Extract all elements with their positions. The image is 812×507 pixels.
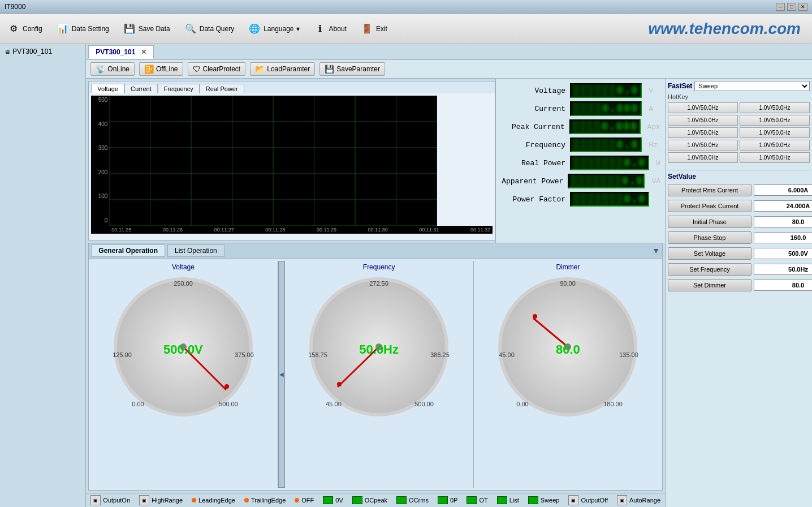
menu-about[interactable]: ℹ About — [309, 20, 351, 38]
online-icon: 📡 — [96, 65, 105, 74]
y-label-300: 300 — [91, 145, 107, 151]
chart-tabs: Voltage Current Frequency Real Power — [89, 81, 495, 93]
tab-close-btn[interactable]: ✕ — [141, 48, 146, 56]
tree-expand-icon: 🖥 — [5, 49, 10, 55]
hotkey-6[interactable]: 1.0V/50.0Hz — [668, 140, 738, 151]
chart-tab-current[interactable]: Current — [124, 84, 158, 93]
chart-area: Voltage Current Frequency Real Power — [88, 81, 495, 240]
chart-tab-realpower[interactable]: Real Power — [200, 84, 244, 93]
op-tab-arrow[interactable]: ▼ — [652, 246, 660, 255]
close-btn[interactable]: ✕ — [798, 3, 807, 11]
voltage-unit: V — [649, 87, 653, 95]
hotkey-5[interactable]: 1.0V/50.0Hz — [740, 127, 810, 138]
protect-rms-input[interactable] — [754, 184, 812, 196]
clear-protect-btn[interactable]: 🛡 ClearProtect — [188, 62, 246, 76]
phase-stop-input[interactable] — [754, 232, 812, 243]
phase-stop-btn[interactable]: Phase Stop — [668, 231, 751, 244]
set-dimmer-input[interactable] — [754, 280, 812, 291]
data-setting-icon: 📊 — [56, 22, 70, 36]
list-box — [497, 496, 507, 504]
ocrms-label: OCrms — [409, 497, 429, 504]
initial-phase-input[interactable] — [754, 216, 812, 227]
data-query-icon: 🔍 — [184, 22, 197, 36]
set-frequency-input[interactable] — [754, 264, 812, 275]
svg-point-29 — [533, 314, 537, 319]
menu-data-query[interactable]: 🔍 Data Query — [179, 20, 239, 38]
x-label-3: 00:11:28 — [265, 227, 285, 233]
hotkey-4[interactable]: 1.0V/50.0Hz — [668, 127, 738, 138]
maximize-btn[interactable]: □ — [787, 3, 796, 11]
menu-config[interactable]: ⚙ Config — [2, 20, 47, 38]
language-dropdown-icon: ▾ — [296, 25, 300, 33]
x-label-0: 00:11:25 — [111, 227, 131, 233]
svg-text:158.75: 158.75 — [308, 351, 327, 358]
x-label-6: 00:11:31 — [419, 227, 439, 233]
setvalue-protect-peak: Protect Peak Current — [668, 200, 810, 212]
apparent-power-value: ░░░░░░░0.0 — [571, 175, 643, 187]
fastset-select[interactable]: Sweep List Fixed — [694, 81, 810, 91]
real-power-unit: W — [656, 159, 660, 167]
menu-language[interactable]: 🌐 Language ▾ — [243, 20, 304, 38]
hotkey-7[interactable]: 1.0V/50.0Hz — [740, 140, 810, 151]
gauge-voltage: Voltage — [89, 261, 278, 488]
menu-config-label: Config — [23, 25, 42, 33]
menu-exit[interactable]: 🚪 Exit — [356, 20, 392, 38]
status-leading-edge: LeadingEdge — [192, 497, 235, 504]
op-tab-general[interactable]: General Operation — [91, 244, 165, 257]
setvalue-dimmer: Set Dimmer — [668, 279, 810, 291]
protect-rms-btn[interactable]: Protect Rms Current — [668, 184, 751, 196]
protect-peak-input[interactable] — [754, 200, 812, 212]
status-ocpeak: OCpeak — [352, 496, 387, 504]
power-factor-display: ░░░░░░░0.0 — [570, 192, 649, 207]
save-param-btn[interactable]: 💾 SaveParamter — [319, 62, 385, 76]
tab-pvt300[interactable]: PVT300_101 ✕ — [88, 45, 153, 59]
fastset-header: FastSet Sweep List Fixed — [668, 81, 810, 91]
measurement-peak-current: Peak Current ░░░░0.000 Apk — [500, 119, 660, 134]
status-output-off: ▣ OutputOff — [568, 495, 608, 505]
initial-phase-btn[interactable]: Initial Phase — [668, 216, 751, 228]
set-frequency-btn[interactable]: Set Frequency — [668, 263, 751, 276]
ocrms-box — [396, 496, 407, 504]
minimize-btn[interactable]: ─ — [776, 3, 785, 11]
sidebar-item-pvt300[interactable]: 🖥 PVT300_101 — [2, 46, 83, 57]
hotkey-8[interactable]: 1.0V/50.0Hz — [668, 152, 738, 163]
waveform-canvas — [109, 96, 437, 226]
offline-btn[interactable]: 📴 OffLine — [139, 62, 183, 76]
0p-box — [438, 496, 448, 504]
menu-data-setting[interactable]: 📊 Data Setting — [51, 20, 114, 38]
ocpeak-label: OCpeak — [365, 497, 387, 504]
set-voltage-input[interactable] — [754, 248, 812, 259]
about-icon: ℹ — [313, 22, 327, 36]
chart-tab-voltage[interactable]: Voltage — [91, 84, 124, 93]
svg-text:45.00: 45.00 — [326, 401, 342, 407]
svg-point-9 — [224, 384, 229, 389]
online-btn[interactable]: 📡 OnLine — [90, 62, 135, 76]
real-power-display: ░░░░░░░0.0 — [570, 156, 649, 170]
set-voltage-btn[interactable]: Set Voltage — [668, 247, 751, 260]
svg-text:375.00: 375.00 — [235, 351, 254, 358]
y-label-400: 400 — [91, 121, 107, 127]
off-label: OFF — [301, 497, 314, 504]
left-sidebar: 🖥 PVT300_101 — [0, 44, 86, 507]
hotkey-9[interactable]: 1.0V/50.0Hz — [740, 152, 810, 163]
chart-tab-frequency[interactable]: Frequency — [158, 84, 200, 93]
load-param-icon: 📂 — [255, 65, 265, 74]
sidebar-item-label: PVT300_101 — [12, 48, 52, 55]
peak-current-display: ░░░░0.000 — [569, 119, 641, 134]
hotkey-2[interactable]: 1.0V/50.0Hz — [668, 115, 738, 126]
menu-save-data[interactable]: 💾 Save Data — [118, 20, 175, 38]
hotkey-0[interactable]: 1.0V/50.0Hz — [668, 102, 738, 113]
svg-text:500.00: 500.00 — [219, 401, 238, 407]
collapse-handle[interactable]: ◀ — [278, 261, 285, 488]
svg-text:386.25: 386.25 — [430, 351, 450, 358]
protect-peak-btn[interactable]: Protect Peak Current — [668, 200, 751, 212]
hotkey-3[interactable]: 1.0V/50.0Hz — [740, 115, 810, 126]
set-dimmer-btn[interactable]: Set Dimmer — [668, 279, 751, 291]
op-tab-list[interactable]: List Operation — [167, 244, 224, 257]
load-param-btn[interactable]: 📂 LoadParamter — [250, 62, 315, 76]
hotkey-1[interactable]: 1.0V/50.0Hz — [740, 102, 810, 113]
peak-current-label: Peak Current — [500, 123, 565, 131]
top-section: Voltage Current Frequency Real Power — [86, 79, 665, 243]
sweep-box — [528, 496, 538, 504]
leading-edge-dot — [192, 498, 196, 502]
